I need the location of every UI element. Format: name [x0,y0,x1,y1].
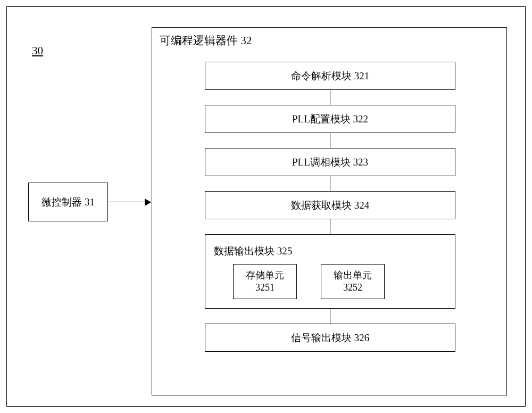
module-325-label: 数据输出模块 325 [214,244,292,258]
command-parse-module: 命令解析模块 321 [205,62,455,90]
pld-container-box: 可编程逻辑器件 32 命令解析模块 321 PLL配置模块 322 PLL调相模… [152,27,507,395]
connector-line [330,90,330,105]
output-unit-id: 3252 [343,282,362,294]
sub-module-row: 存储单元 3251 输出单元 3252 [233,264,385,299]
arrow-head-icon [145,199,151,206]
storage-unit-box: 存储单元 3251 [233,264,297,299]
module-label: 数据获取模块 324 [291,199,369,212]
module-label: PLL配置模块 322 [292,112,368,126]
microcontroller-box: 微控制器 31 [28,183,108,221]
output-unit-box: 输出单元 3252 [321,264,385,299]
module-stack: 命令解析模块 321 PLL配置模块 322 PLL调相模块 323 数据获取模… [205,62,455,352]
module-label: 命令解析模块 321 [291,69,369,83]
signal-output-module: 信号输出模块 326 [205,324,455,352]
connector-line [330,176,330,191]
diagram-frame: 30 微控制器 31 可编程逻辑器件 32 命令解析模块 321 PLL配置模块… [6,6,526,407]
output-unit-name: 输出单元 [334,269,372,282]
pld-title-label: 可编程逻辑器件 32 [160,33,252,48]
module-label: 信号输出模块 326 [291,331,369,345]
microcontroller-label: 微控制器 31 [41,195,95,209]
connector-line [330,133,330,148]
pll-phase-module: PLL调相模块 323 [205,148,455,176]
arrow-shaft [108,202,146,202]
diagram-id-label: 30 [32,44,43,57]
module-label: PLL调相模块 323 [292,155,368,169]
connector-line [330,309,330,324]
connector-line [330,219,330,234]
data-output-module: 数据输出模块 325 存储单元 3251 输出单元 3252 [205,234,455,309]
pll-config-module: PLL配置模块 322 [205,105,455,133]
storage-unit-name: 存储单元 [246,269,284,282]
storage-unit-id: 3251 [255,282,275,294]
data-acquire-module: 数据获取模块 324 [205,191,455,219]
